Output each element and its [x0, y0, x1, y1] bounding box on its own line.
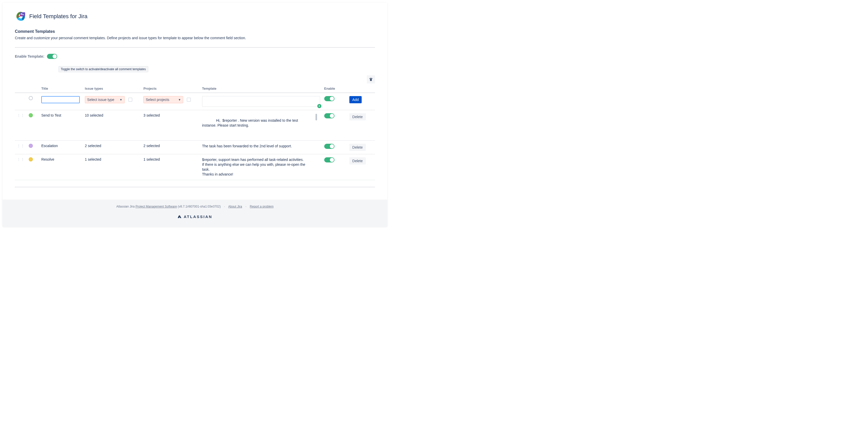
issue-type-select[interactable]: Select issue type ▼ — [85, 96, 125, 103]
enable-template-label: Enable Template: — [15, 54, 44, 59]
projects-placeholder: Select projects — [146, 98, 169, 102]
drag-handle-icon[interactable]: ⋮⋮ — [17, 113, 25, 117]
drag-handle-icon[interactable]: ⋮⋮ — [17, 144, 25, 148]
row-issue-types: 1 selected — [83, 154, 141, 180]
footer-version: (v8.7.1#807001-sha1:03e3702) — [177, 205, 221, 208]
delete-button[interactable]: Delete — [349, 144, 366, 151]
footer-prefix: Atlassian Jira — [116, 205, 135, 208]
col-template: Template — [200, 84, 322, 93]
page-footer: Atlassian Jira Project Management Softwa… — [3, 200, 387, 227]
row-projects: 1 selected — [141, 154, 200, 180]
row-issue-types: 10 selected — [83, 110, 141, 141]
table-row: ⋮⋮ Escalation 2 selected 2 selected The … — [15, 141, 375, 154]
new-template-row: Select issue type ▼ Select projects ▼ — [15, 93, 375, 110]
chevron-down-icon: ▼ — [120, 98, 122, 101]
app-title: Field Templates for Jira — [29, 13, 88, 20]
delete-button[interactable]: Delete — [349, 157, 366, 165]
chevron-down-icon: ▼ — [178, 98, 181, 101]
atlassian-logo: ATLASSIAN — [178, 214, 212, 219]
page-header: Field Templates for Jira — [15, 11, 375, 22]
row-enable-toggle[interactable] — [324, 96, 335, 101]
table-row: ⋮⋮ Resolve 1 selected 1 selected $report… — [15, 154, 375, 180]
drag-handle-icon[interactable]: ⋮⋮ — [17, 157, 25, 162]
add-button[interactable]: Add — [349, 96, 362, 103]
row-enable-toggle[interactable] — [324, 157, 335, 163]
separator-dot: · — [222, 205, 227, 208]
templates-table: Title Issue types Projects Template Enab… — [15, 84, 375, 180]
row-title: Escalation — [39, 141, 83, 154]
svg-rect-2 — [21, 14, 24, 15]
atlassian-icon — [178, 215, 182, 219]
delete-button[interactable]: Delete — [349, 113, 366, 121]
new-template-textarea[interactable]: + — [202, 96, 320, 107]
trash-button[interactable] — [367, 75, 375, 83]
row-color-dot[interactable] — [29, 144, 33, 148]
color-picker-dot[interactable] — [29, 96, 33, 100]
section-title: Comment Templates — [15, 29, 375, 34]
row-title: Resolve — [39, 154, 83, 180]
row-title: Send to Test — [39, 110, 83, 141]
issue-type-placeholder: Select issue type — [87, 98, 115, 102]
separator-dot: · — [243, 205, 249, 208]
section-description: Create and customize your personal comme… — [15, 36, 375, 40]
col-issue-types: Issue types — [83, 84, 141, 93]
row-template-text: The task has been forwarded to the 2nd l… — [202, 144, 312, 148]
projects-all-checkbox[interactable] — [187, 98, 191, 102]
scrollbar[interactable] — [315, 114, 317, 121]
row-enable-toggle[interactable] — [324, 144, 335, 149]
row-color-dot[interactable] — [29, 157, 33, 162]
enable-all-toggle[interactable] — [47, 54, 57, 59]
row-template-text: $reporter, support team has performed al… — [202, 157, 312, 177]
row-projects: 2 selected — [141, 141, 200, 154]
row-enable-toggle[interactable] — [324, 113, 335, 118]
footer-link-report[interactable]: Report a problem — [250, 205, 274, 208]
projects-select[interactable]: Select projects ▼ — [144, 96, 183, 103]
add-variable-icon[interactable]: + — [317, 104, 321, 108]
issue-type-all-checkbox[interactable] — [128, 98, 132, 102]
app-logo-icon — [15, 11, 26, 22]
footer-link-about[interactable]: About Jira — [228, 205, 242, 208]
footer-link-pm[interactable]: Project Management Software — [135, 205, 177, 208]
row-issue-types: 2 selected — [83, 141, 141, 154]
trash-icon — [369, 77, 373, 81]
col-enable: Enable — [322, 84, 347, 93]
row-template-text: Hi, $reporter . New version was installe… — [202, 113, 312, 137]
row-projects: 3 selected — [141, 110, 200, 141]
row-color-dot[interactable] — [29, 113, 33, 117]
col-title: Title — [39, 84, 83, 93]
enable-tooltip: Toggle the switch to activate/deactivate… — [59, 66, 148, 72]
col-projects: Projects — [141, 84, 200, 93]
new-title-input[interactable] — [41, 96, 80, 103]
svg-rect-1 — [21, 13, 22, 14]
divider — [15, 47, 375, 48]
divider — [15, 187, 375, 187]
table-row: ⋮⋮ Send to Test 10 selected 3 selected H… — [15, 110, 375, 141]
